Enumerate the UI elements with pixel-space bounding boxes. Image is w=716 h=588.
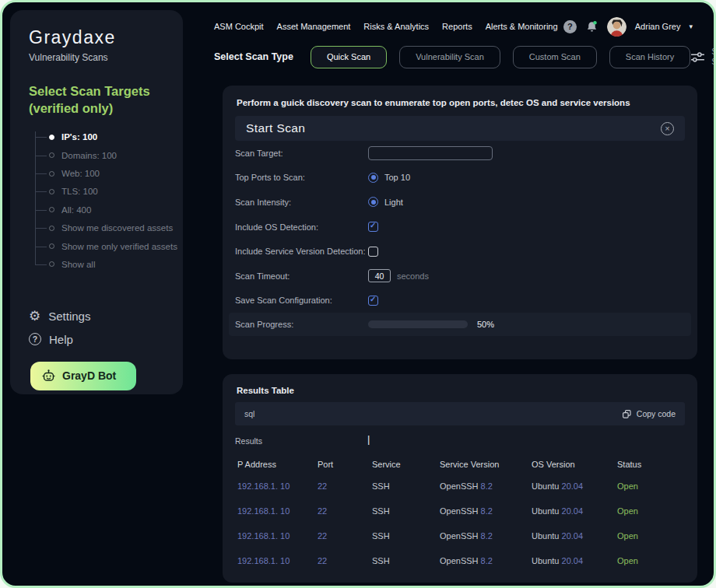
scan-progress-percent: 50% xyxy=(477,320,494,329)
cell-os-version: Ubuntu 20.04 xyxy=(532,481,617,491)
intensity-radio[interactable] xyxy=(368,197,378,207)
tree-item[interactable]: Show me only verified assets xyxy=(49,237,172,255)
tree-item[interactable]: Domains: 100 xyxy=(49,146,172,164)
save-config-checkbox[interactable] xyxy=(368,296,378,306)
nav-item[interactable]: ASM Cockpit xyxy=(214,22,264,31)
sidebar-item-settings[interactable]: ⚙ Settings xyxy=(29,310,172,323)
chevron-down-icon[interactable]: ▾ xyxy=(689,23,693,30)
scan-settings[interactable]: Scan Settings xyxy=(690,47,716,67)
tree-item-label: Show me only verified assets xyxy=(61,242,177,251)
cell-service: SSH xyxy=(372,556,440,565)
text-cursor: | xyxy=(367,433,370,445)
service-version-label: Include Service Version Detection: xyxy=(235,247,368,256)
tree-node-icon xyxy=(49,243,54,249)
copy-icon xyxy=(622,409,632,419)
table-row: 192.168.1. 10 22 SSH OpenSSH 8.2 Ubuntu … xyxy=(223,499,697,523)
nav-item[interactable]: Risks & Analytics xyxy=(363,22,429,31)
copy-code-label: Copy code xyxy=(637,409,676,418)
scan-targets-heading-line1: Select Scan Targets xyxy=(29,83,172,100)
nav-item[interactable]: Asset Management xyxy=(277,22,351,31)
tree-item-label: Web: 100 xyxy=(61,169,100,178)
scan-target-input[interactable] xyxy=(368,146,493,160)
timeout-unit: seconds xyxy=(397,271,429,281)
os-detection-label: Include OS Detection: xyxy=(235,222,368,232)
tree-item-label: Show me discovered assets xyxy=(61,223,173,233)
close-icon[interactable]: × xyxy=(661,122,674,135)
tree-item-label: IP's: 100 xyxy=(61,132,97,142)
tree-node-icon xyxy=(49,135,54,140)
timeout-input[interactable] xyxy=(368,269,391,282)
nav-item[interactable]: Reports xyxy=(442,22,472,31)
app-subtitle: Vulnerability Scans xyxy=(29,52,172,63)
scan-progress-bar xyxy=(368,320,468,328)
cell-os-version: Ubuntu 20.04 xyxy=(532,506,617,516)
os-detection-checkbox[interactable] xyxy=(368,222,378,232)
sidebar-item-help[interactable]: ? Help xyxy=(29,333,172,346)
top-ports-value: Top 10 xyxy=(384,173,410,182)
results-label: Results xyxy=(235,436,262,446)
cell-status: Open xyxy=(617,556,697,565)
cell-port: 22 xyxy=(318,481,372,491)
table-header-cell: P Address xyxy=(237,460,318,469)
copy-code-button[interactable]: Copy code xyxy=(622,409,676,419)
tree-node-icon xyxy=(49,261,54,267)
cell-os-version: Ubuntu 20.04 xyxy=(532,556,617,565)
scan-type-button[interactable]: Custom Scan xyxy=(513,46,597,68)
scan-targets-heading: Select Scan Targets (verified only) xyxy=(29,83,172,117)
nav-item[interactable]: Alerts & Monitoring xyxy=(486,22,558,31)
scan-targets-tree: IP's: 100 Domains: 100 Web: 100 TLS: 100… xyxy=(29,128,172,274)
tree-node-icon xyxy=(49,207,54,212)
scan-type-button[interactable]: Scan History xyxy=(609,46,690,68)
nav-items: ASM CockpitAsset ManagementRisks & Analy… xyxy=(214,22,558,31)
grayd-bot-button[interactable]: GrayD Bot xyxy=(30,362,136,390)
results-panel: Results Table sql Copy code Results | P … xyxy=(223,374,697,583)
user-avatar[interactable] xyxy=(607,17,626,37)
table-row: 192.168.1. 10 22 SSH OpenSSH 8.2 Ubuntu … xyxy=(223,474,697,499)
form-row-service-version: Include Service Version Detection: xyxy=(235,239,685,264)
help-icon[interactable]: ? xyxy=(563,20,577,33)
tree-item[interactable]: TLS: 100 xyxy=(49,183,172,201)
cell-service: SSH xyxy=(372,481,440,491)
start-scan-title: Start Scan xyxy=(246,121,305,135)
table-header-cell: Service xyxy=(372,460,440,469)
tree-item[interactable]: Show all xyxy=(49,255,172,273)
cell-status: Open xyxy=(617,506,697,516)
user-name[interactable]: Adrian Grey xyxy=(635,22,681,31)
intensity-value: Light xyxy=(384,198,403,207)
sliders-icon xyxy=(690,51,705,63)
tree-item[interactable]: All: 400 xyxy=(49,201,172,219)
table-row: 192.168.1. 10 22 SSH OpenSSH 8.2 Ubuntu … xyxy=(223,523,697,548)
tree-node-icon xyxy=(49,189,54,194)
top-ports-radio[interactable] xyxy=(368,173,378,183)
start-scan-bar: Start Scan × xyxy=(235,116,685,141)
cell-service-version: OpenSSH 8.2 xyxy=(440,481,532,491)
tree-node-icon xyxy=(49,171,54,177)
tree-item[interactable]: IP's: 100 xyxy=(49,128,172,146)
form-row-save-config: Save Scan Configuration: xyxy=(235,289,685,313)
save-config-label: Save Scan Configuration: xyxy=(235,296,368,305)
scan-type-button[interactable]: Quick Scan xyxy=(311,46,387,68)
table-header-cell: OS Version xyxy=(532,460,617,469)
grayd-bot-label: GrayD Bot xyxy=(62,369,116,382)
cell-status: Open xyxy=(617,531,697,541)
form-row-timeout: Scan Timeout: seconds xyxy=(235,264,685,289)
service-version-checkbox[interactable] xyxy=(368,247,378,257)
form-row-os-detection: Include OS Detection: xyxy=(235,215,685,240)
tree-item-label: TLS: 100 xyxy=(61,187,98,196)
app-window: Graydaxe Vulnerability Scans Select Scan… xyxy=(0,0,716,588)
results-input-line[interactable]: Results | xyxy=(235,433,685,449)
scan-type-button[interactable]: Vulnerability Scan xyxy=(399,46,500,68)
progress-label: Scan Progress: xyxy=(235,320,368,329)
tree-item[interactable]: Web: 100 xyxy=(49,164,172,182)
cell-ip: 192.168.1. 10 xyxy=(237,531,318,541)
notification-bell-icon[interactable] xyxy=(585,20,598,33)
help-label: Help xyxy=(49,333,73,346)
tree-item[interactable]: Show me discovered assets xyxy=(49,219,172,236)
table-header-cell: Status xyxy=(617,460,697,469)
tree-item-label: Domains: 100 xyxy=(61,151,117,160)
scan-type-buttons: Quick ScanVulnerability ScanCustom ScanS… xyxy=(311,46,690,68)
nav-right: ? Adrian Grey ▾ xyxy=(563,17,693,37)
cell-service-version: OpenSSH 8.2 xyxy=(440,506,532,516)
results-title: Results Table xyxy=(237,386,683,395)
help-icon: ? xyxy=(29,333,41,345)
